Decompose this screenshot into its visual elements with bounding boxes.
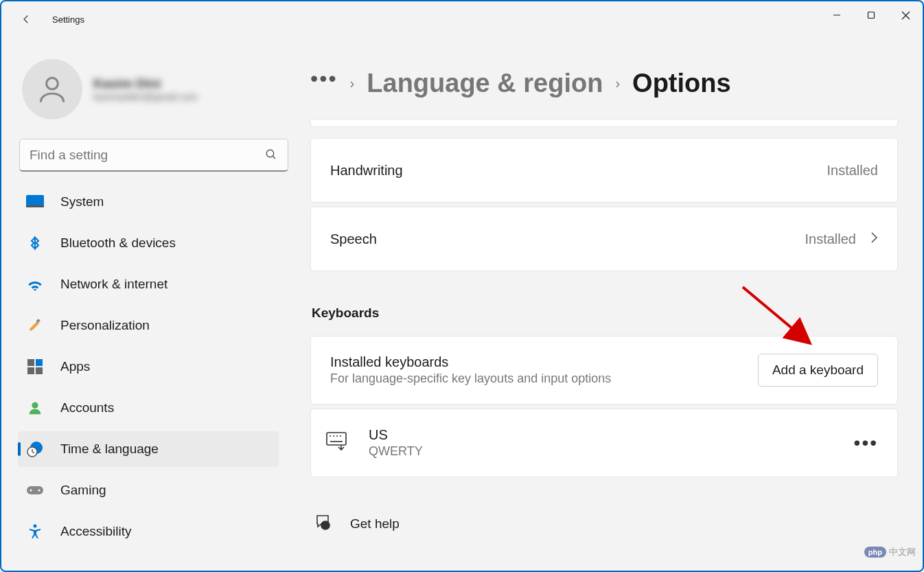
profile-name: Kasim Dini xyxy=(93,76,198,91)
svg-rect-19 xyxy=(27,486,43,494)
avatar xyxy=(22,59,82,119)
add-keyboard-button[interactable]: Add a keyboard xyxy=(758,354,878,387)
minimize-button[interactable] xyxy=(820,1,854,29)
keyboard-layout: QWERTY xyxy=(369,444,423,459)
feature-status: Installed xyxy=(805,231,857,247)
breadcrumb-current: Options xyxy=(632,69,731,98)
sidebar-item-network[interactable]: Network & internet xyxy=(18,266,279,302)
watermark: php 中文网 xyxy=(864,546,916,558)
svg-text:?: ? xyxy=(323,523,327,529)
system-icon xyxy=(26,193,44,211)
svg-rect-23 xyxy=(327,433,346,445)
breadcrumb: ••• › Language & region › Options xyxy=(310,69,898,98)
installed-keyboards-card: Installed keyboards For language-specifi… xyxy=(310,336,898,404)
svg-line-6 xyxy=(273,156,275,159)
get-help-label: Get help xyxy=(350,516,400,531)
sidebar-item-bluetooth[interactable]: Bluetooth & devices xyxy=(18,225,279,261)
apps-icon xyxy=(26,358,44,376)
installed-keyboards-sub: For language-specific key layouts and in… xyxy=(330,371,611,386)
sidebar-item-label: Bluetooth & devices xyxy=(60,236,176,251)
globe-clock-icon xyxy=(26,440,44,458)
svg-point-4 xyxy=(47,78,58,89)
svg-point-5 xyxy=(266,150,274,157)
sidebar-item-label: System xyxy=(60,194,104,209)
keyboard-icon xyxy=(326,432,349,454)
installed-keyboards-title: Installed keyboards xyxy=(330,354,611,370)
person-icon xyxy=(26,399,44,417)
wifi-icon xyxy=(26,275,44,293)
keyboards-header: Keyboards xyxy=(312,306,898,321)
search-icon xyxy=(265,148,277,163)
sidebar-item-label: Gaming xyxy=(60,483,106,498)
search-field[interactable] xyxy=(19,139,288,172)
app-title: Settings xyxy=(52,14,84,25)
sidebar-item-label: Accessibility xyxy=(60,524,131,539)
watermark-badge: php xyxy=(864,547,886,558)
help-icon: ? xyxy=(314,513,332,534)
chevron-right-icon xyxy=(870,231,878,247)
breadcrumb-overflow[interactable]: ••• xyxy=(310,67,338,89)
keyboard-item[interactable]: US QWERTY ••• xyxy=(310,409,898,477)
breadcrumb-language-region[interactable]: Language & region xyxy=(367,69,603,98)
nav-list: System Bluetooth & devices Network & int… xyxy=(18,184,290,555)
titlebar: Settings xyxy=(1,1,923,37)
feature-title: Handwriting xyxy=(330,163,403,179)
main-content: ••• › Language & region › Options Handwr… xyxy=(302,37,923,571)
chevron-right-icon: › xyxy=(615,76,620,91)
sidebar-item-personalization[interactable]: Personalization xyxy=(18,308,279,343)
svg-rect-12 xyxy=(27,367,34,374)
sidebar-item-time-language[interactable]: Time & language xyxy=(18,431,279,467)
sidebar-item-gaming[interactable]: Gaming xyxy=(18,472,279,508)
search-input[interactable] xyxy=(19,139,288,172)
sidebar-item-apps[interactable]: Apps xyxy=(18,349,279,385)
svg-rect-11 xyxy=(36,359,43,366)
sidebar-item-system[interactable]: System xyxy=(18,184,279,220)
svg-rect-13 xyxy=(36,367,43,374)
window-controls xyxy=(820,1,923,29)
svg-point-22 xyxy=(34,525,37,528)
svg-point-20 xyxy=(30,490,32,492)
profile-block[interactable]: Kasim Dini kasimaddini@gmail.com xyxy=(22,59,290,119)
svg-point-21 xyxy=(38,490,41,492)
svg-rect-8 xyxy=(26,205,44,207)
brush-icon xyxy=(26,317,44,334)
watermark-text: 中文网 xyxy=(889,546,916,558)
sidebar-item-label: Personalization xyxy=(60,318,150,333)
sidebar-item-label: Time & language xyxy=(60,442,159,457)
feature-card-speech[interactable]: Speech Installed xyxy=(310,207,898,271)
profile-email: kasimaddini@gmail.com xyxy=(93,91,198,102)
sidebar-item-accounts[interactable]: Accounts xyxy=(18,390,279,426)
more-options-button[interactable]: ••• xyxy=(854,433,878,453)
accessibility-icon xyxy=(26,523,44,540)
get-help-link[interactable]: ? Get help xyxy=(310,513,898,534)
svg-point-14 xyxy=(32,402,38,409)
sidebar: Kasim Dini kasimaddini@gmail.com System … xyxy=(1,37,302,571)
feature-card-handwriting[interactable]: Handwriting Installed xyxy=(310,138,898,203)
feature-title: Speech xyxy=(330,231,377,247)
maximize-button[interactable] xyxy=(854,1,888,29)
sidebar-item-label: Network & internet xyxy=(60,277,168,292)
sidebar-item-label: Apps xyxy=(60,359,90,374)
bluetooth-icon xyxy=(26,234,44,252)
sidebar-item-accessibility[interactable]: Accessibility xyxy=(18,514,279,549)
close-button[interactable] xyxy=(888,1,923,29)
previous-card-edge xyxy=(310,119,898,127)
gamepad-icon xyxy=(26,481,44,499)
sidebar-item-label: Accounts xyxy=(60,400,114,415)
svg-rect-10 xyxy=(27,359,34,366)
svg-rect-1 xyxy=(868,12,875,19)
back-button[interactable] xyxy=(18,11,34,27)
feature-status: Installed xyxy=(827,163,879,179)
chevron-right-icon: › xyxy=(350,76,355,91)
keyboard-name: US xyxy=(369,427,423,443)
